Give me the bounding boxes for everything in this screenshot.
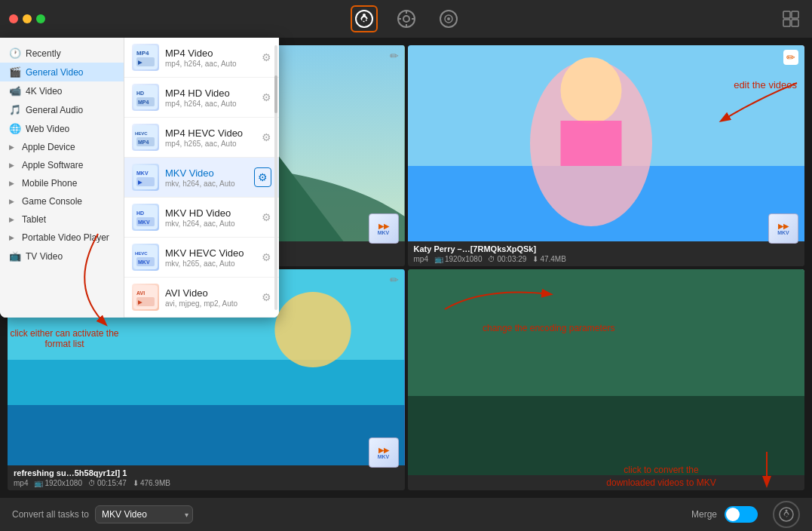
cat-apple-software-label: Apple Software: [22, 160, 83, 170]
svg-text:MKV: MKV: [138, 219, 150, 225]
cat-general-audio[interactable]: 🎵 General Audio: [0, 100, 124, 119]
mkv-badge-1: ▶▶ MKV: [369, 213, 399, 244]
convert-tab-icon[interactable]: [351, 5, 378, 32]
format-name-mkv-hevc: MKV HEVC Video: [165, 247, 256, 259]
cat-web-video-label: Web Video: [26, 124, 69, 134]
format-dropdown: 🕐 Recently 🎬 General Video 📹 4K Video 🎵 …: [0, 38, 279, 318]
video-thumb-2: [408, 45, 805, 241]
scrollbar-thumb[interactable]: [274, 75, 277, 113]
svg-rect-12: [792, 11, 798, 18]
cat-mobile-phone[interactable]: ▶ Mobile Phone: [0, 174, 124, 192]
mkv-hevc-format-icon: HEVC MKV: [132, 244, 159, 271]
download-tab-icon[interactable]: [393, 5, 420, 32]
gear-icon-mkv[interactable]: ⚙: [254, 167, 271, 187]
arrow-right-icon-4: ▶: [9, 198, 14, 205]
merge-toggle[interactable]: [725, 506, 758, 523]
video-format-badge-3: ▶▶ MKV: [369, 437, 399, 468]
format-meta-mkv: mkv, h264, aac, Auto: [165, 180, 248, 188]
video-res-3: 📺 1920x1080: [34, 479, 82, 487]
svg-point-26: [560, 57, 621, 124]
arrow-right-icon-2: ▶: [9, 161, 14, 169]
edit-button-3[interactable]: ✏: [390, 274, 399, 286]
format-mp4-video[interactable]: MP4 ▶ MP4 Video mp4, h264, aac, Auto ⚙: [124, 38, 279, 78]
cat-web-video[interactable]: 🌐 Web Video: [0, 119, 124, 138]
minimize-button[interactable]: [23, 14, 32, 23]
close-button[interactable]: [9, 14, 18, 23]
arrow-right-icon: ▶: [9, 143, 14, 151]
format-panel: MP4 ▶ MP4 Video mp4, h264, aac, Auto ⚙: [124, 38, 279, 318]
titlebar-right-icon[interactable]: [782, 10, 800, 28]
merge-section: Merge: [691, 501, 800, 528]
format-info-mkv-hevc: MKV HEVC Video mkv, h265, aac, Auto: [165, 247, 256, 268]
arrow-right-icon-5: ▶: [9, 216, 14, 223]
format-mkv-hd[interactable]: HD MKV MKV HD Video mkv, h264, aac, Auto…: [124, 198, 279, 238]
video-format-badge-1: ▶▶ MKV: [369, 213, 399, 244]
gear-icon-mp4[interactable]: ⚙: [262, 51, 271, 63]
cat-mobile-phone-label: Mobile Phone: [22, 178, 77, 189]
tv-icon: 📺: [9, 250, 21, 262]
cat-portable-video-label: Portable Video Player: [22, 232, 109, 243]
format-mkv-video[interactable]: MKV ▶ MKV Video mkv, h264, aac, Auto ⚙: [124, 158, 279, 198]
cat-4k-video[interactable]: 📹 4K Video: [0, 81, 124, 100]
svg-point-66: [786, 510, 788, 512]
format-meta-mp4: mp4, h264, aac, Auto: [165, 60, 256, 68]
arrow-right-icon-6: ▶: [9, 234, 14, 241]
format-mp4-hd[interactable]: HD MP4 MP4 HD Video mp4, h264, aac, Auto…: [124, 78, 279, 118]
gear-icon-mkv-hd[interactable]: ⚙: [262, 211, 271, 223]
gear-icon-mp4-hevc[interactable]: ⚙: [262, 131, 271, 143]
video-card-2: Katy Perry –…[7RMQksXpQSk] mp4 📺 1920x10…: [408, 45, 805, 266]
toggle-knob: [726, 508, 740, 521]
clock-icon: 🕐: [9, 48, 21, 59]
svg-text:HEVC: HEVC: [135, 131, 148, 136]
svg-rect-14: [792, 20, 798, 26]
format-meta-mp4-hevc: mp4, h265, aac, Auto: [165, 140, 256, 148]
format-meta-avi: avi, mjpeg, mp2, Auto: [165, 299, 256, 308]
format-name-avi: AVI Video: [165, 287, 256, 299]
cat-general-video[interactable]: 🎬 General Video: [0, 63, 124, 81]
edit-button-1[interactable]: ✏: [390, 50, 399, 62]
gear-icon-avi[interactable]: ⚙: [262, 291, 271, 303]
convert-button[interactable]: [773, 501, 800, 528]
cat-tv-video[interactable]: 📺 TV Video: [0, 247, 124, 266]
cat-apple-software[interactable]: ▶ Apple Software: [0, 156, 124, 174]
cat-recently[interactable]: 🕐 Recently: [0, 44, 124, 63]
svg-point-0: [356, 11, 372, 27]
svg-text:MKV: MKV: [136, 170, 149, 176]
format-name-mkv: MKV Video: [165, 167, 248, 179]
videos-area: Driving in SW…[CkTT77czjiw] mp4 mp4 1920…: [0, 38, 812, 498]
4k-icon: 📹: [9, 85, 21, 97]
format-mp4-hevc[interactable]: HEVC MP4 MP4 HEVC Video mp4, h265, aac, …: [124, 118, 279, 158]
mkv-format-icon: MKV ▶: [132, 164, 159, 191]
dvd-tab-icon[interactable]: [435, 5, 462, 32]
format-select[interactable]: MKV Video MP4 Video AVI Video: [95, 505, 193, 523]
traffic-lights: [9, 14, 45, 23]
cat-tablet[interactable]: ▶ Tablet: [0, 210, 124, 229]
video-icon: 🎬: [9, 66, 21, 78]
edit-button-2[interactable]: ✏: [783, 50, 798, 65]
main-content: Driving in SW…[CkTT77czjiw] mp4 mp4 1920…: [0, 38, 812, 498]
video-size-3: ⬇ 476.9MB: [133, 479, 170, 487]
avi-format-icon: AVI ▶: [132, 284, 159, 311]
cat-game-console[interactable]: ▶ Game Console: [0, 192, 124, 210]
video-info-2: Katy Perry –…[7RMQksXpQSk] mp4 📺 1920x10…: [408, 241, 805, 266]
format-name-mp4: MP4 Video: [165, 48, 256, 59]
video-dur-3: ⏱ 00:15:47: [88, 479, 127, 487]
svg-text:HD: HD: [136, 91, 144, 96]
video-meta-3: mp4 📺 1920x1080 ⏱ 00:15:47 ⬇ 476.9MB: [14, 479, 399, 487]
cat-tv-video-label: TV Video: [26, 251, 63, 262]
scrollbar-track[interactable]: [274, 45, 277, 310]
mkv-badge-3: ▶▶ MKV: [369, 437, 399, 468]
format-info-mp4-hd: MP4 HD Video mp4, h264, aac, Auto: [165, 87, 256, 108]
cat-apple-device[interactable]: ▶ Apple Device: [0, 138, 124, 156]
format-name-mp4-hevc: MP4 HEVC Video: [165, 127, 256, 139]
maximize-button[interactable]: [36, 14, 45, 23]
format-mkv-hevc[interactable]: HEVC MKV MKV HEVC Video mkv, h265, aac, …: [124, 238, 279, 278]
svg-rect-31: [8, 405, 405, 465]
mp4-hd-format-icon: HD MP4: [132, 84, 159, 111]
cat-apple-device-label: Apple Device: [22, 142, 75, 152]
gear-icon-mp4-hd[interactable]: ⚙: [262, 91, 271, 103]
merge-label: Merge: [691, 509, 717, 520]
cat-portable-video[interactable]: ▶ Portable Video Player: [0, 229, 124, 247]
gear-icon-mkv-hevc[interactable]: ⚙: [262, 251, 271, 263]
format-avi-video[interactable]: AVI ▶ AVI Video avi, mjpeg, mp2, Auto ⚙: [124, 278, 279, 318]
